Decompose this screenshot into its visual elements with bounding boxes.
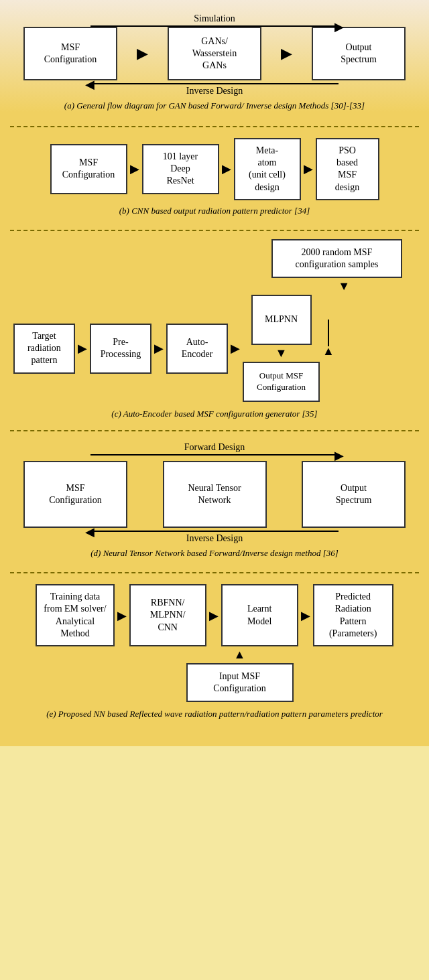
caption-b: (b) CNN based output radiation pattern p…: [17, 206, 412, 216]
section-c-main-row: Target radiation pattern ▶ Pre- Processi…: [13, 295, 416, 402]
box-msf-config-a: MSF Configuration: [23, 27, 117, 80]
box-neural-tensor: Neural Tensor Network: [163, 461, 267, 528]
section-d-boxes: MSF Configuration Neural Tensor Network …: [23, 461, 406, 528]
box-input-msf: Input MSF Configuration: [186, 663, 294, 702]
arrow-b1: ▶: [130, 161, 139, 176]
box-mlpnn: MLPNN: [251, 295, 312, 345]
arrow-b2: ▶: [222, 161, 231, 176]
arrow-c1: ▶: [78, 341, 87, 356]
caption-d: (d) Neural Tensor Network based Forward/…: [23, 548, 406, 559]
arrow-e-up: ▲: [234, 646, 246, 663]
box-msf-config-d: MSF Configuration: [23, 461, 127, 528]
section-e-top-row: Training data from EM solver/ Analytical…: [17, 584, 412, 646]
section-a-boxes: MSF Configuration ▶ GANs/ Wasserstein GA…: [23, 27, 406, 80]
sim-arrow-container: Simulation ▶: [23, 13, 406, 27]
feedback-line: ▲: [322, 295, 334, 402]
section-c: 2000 random MSF configuration samples ▼ …: [10, 236, 419, 425]
section-e: Training data from EM solver/ Analytical…: [10, 579, 419, 727]
divider-1: [10, 126, 419, 127]
arrow-c-down: ▼: [275, 345, 288, 362]
box-rbfnn: RBFNN/ MLPNN/ CNN: [129, 584, 206, 646]
box-output-msf: Output MSF Configuration: [243, 362, 320, 402]
box-pso: PSO based MSF design: [316, 138, 379, 200]
section-d: Forward Design ▶ MSF Configuration Neura…: [10, 437, 419, 567]
section-e-bottom: ▲ Input MSF Configuration: [67, 646, 412, 702]
mlpnn-stack: MLPNN ▼ Output MSF Configuration: [243, 295, 320, 402]
caption-e: (e) Proposed NN based Reflected wave rad…: [17, 709, 412, 719]
box-output-spectrum-d: Output Spectrum: [302, 461, 406, 528]
arrow-right-a: ▶: [137, 45, 148, 62]
main-container: Simulation ▶ MSF Configuration ▶ GANs/ W…: [0, 0, 429, 746]
divider-2: [10, 230, 419, 231]
box-learnt-model: Learnt Model: [221, 584, 298, 646]
arrow-e1: ▶: [117, 584, 127, 646]
arrow-e3: ▶: [301, 584, 310, 646]
inv-label-a: Inverse Design: [23, 86, 406, 96]
feedback-arrow-up: ▲: [322, 345, 334, 357]
box-predicted-radiation: Predicted Radiation Pattern (Parameters): [313, 584, 393, 646]
section-b-boxes: MSF Configuration ▶ 101 layer Deep ResNe…: [17, 138, 412, 200]
box-target-radiation: Target radiation pattern: [13, 324, 75, 374]
arrow-e2: ▶: [209, 584, 219, 646]
box-resnet: 101 layer Deep ResNet: [142, 144, 219, 194]
box-output-spectrum-a: Output Spectrum: [312, 27, 406, 80]
feedback-line-vert-top: [328, 320, 329, 346]
divider-3: [10, 430, 419, 431]
sim-label: Simulation: [194, 13, 235, 24]
box-msf-config-b: MSF Configuration: [50, 144, 127, 194]
section-b: MSF Configuration ▶ 101 layer Deep ResNe…: [10, 133, 419, 224]
divider-4: [10, 572, 419, 573]
arrow-down-c-top: ▼: [13, 278, 416, 295]
box-training-data: Training data from EM solver/ Analytical…: [36, 584, 114, 646]
inv-label-d: Inverse Design: [23, 533, 406, 544]
box-meta-atom: Meta- atom (unit cell) design: [234, 138, 301, 200]
caption-a: (a) General flow diagram for GAN based F…: [23, 100, 406, 111]
caption-c: (c) Auto-Encoder based MSF configuration…: [13, 409, 416, 419]
box-gans: GANs/ Wasserstein GANs: [168, 27, 261, 80]
arrow-b3: ▶: [304, 161, 313, 176]
fwd-label-d: Forward Design: [23, 442, 406, 453]
box-2000-random: 2000 random MSF configuration samples: [271, 239, 402, 278]
arrow-right-a2: ▶: [281, 45, 292, 62]
section-a: Simulation ▶ MSF Configuration ▶ GANs/ W…: [10, 7, 419, 121]
box-autoencoder: Auto- Encoder: [166, 324, 228, 374]
arrow-c2: ▶: [154, 341, 164, 356]
arrow-c3: ▶: [231, 341, 240, 356]
box-preprocessing: Pre- Processing: [90, 324, 151, 374]
